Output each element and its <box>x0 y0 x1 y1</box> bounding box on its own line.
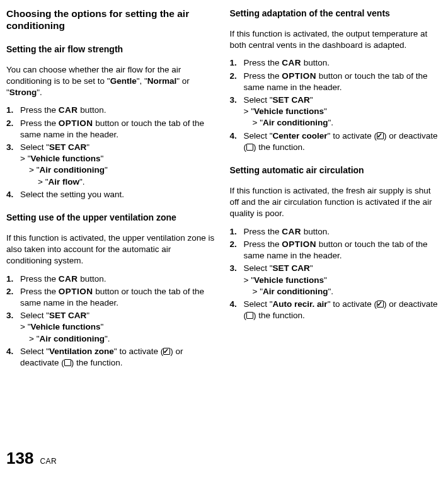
step: Select "Center cooler" to activate () or… <box>230 130 442 153</box>
subsection-heading: Setting automatic air circulation <box>230 164 442 176</box>
subsection-heading: Setting adaptation of the central vents <box>230 8 442 20</box>
step: Select "Auto recir. air" to activate () … <box>230 299 442 321</box>
option-button-label: OPTION <box>59 287 93 296</box>
nested-path: "Vehicle functions" "Air conditioning" "… <box>20 153 219 188</box>
left-column: Choosing the options for setting the air… <box>6 8 219 375</box>
nested-path: "Vehicle functions" "Air conditioning". <box>20 321 219 344</box>
car-button-label: CAR <box>282 58 301 67</box>
step: Press the CAR button. <box>230 226 442 238</box>
step: Press the OPTION button or touch the tab… <box>6 286 219 309</box>
steps-list: Press the CAR button. Press the OPTION b… <box>230 57 442 153</box>
option-button-label: OPTION <box>282 71 316 81</box>
intro-paragraph: If this function is activated, the upper… <box>6 233 219 267</box>
intro-paragraph: If this function is activated, the outpu… <box>230 28 442 51</box>
step: Press the CAR button. <box>230 57 442 69</box>
page-footer: 138 CAR <box>6 447 57 469</box>
checkbox-unchecked-icon <box>64 359 71 366</box>
nested-path: "Air flow". <box>38 176 219 188</box>
nested-path: "Air conditioning". <box>29 333 219 345</box>
section-title: Choosing the options for setting the air… <box>6 8 219 32</box>
page-label: CAR <box>40 456 57 466</box>
steps-list: Press the CAR button. Press the OPTION b… <box>6 273 219 369</box>
option-button-label: OPTION <box>282 239 316 249</box>
intro-paragraph: If this function is activated, the fresh… <box>230 185 442 220</box>
checkbox-checked-icon <box>163 348 170 355</box>
right-column: Setting adaptation of the central vents … <box>230 8 442 375</box>
nested-path: "Air conditioning". <box>253 117 442 129</box>
content-columns: Choosing the options for setting the air… <box>6 8 442 375</box>
subsection-heading: Setting use of the upper ventilation zon… <box>6 212 219 224</box>
nested-path: "Vehicle functions" "Air conditioning". <box>244 106 442 129</box>
car-button-label: CAR <box>282 227 301 236</box>
checkbox-unchecked-icon <box>246 312 253 319</box>
step: Select "SET CAR" "Vehicle functions" "Ai… <box>6 142 219 188</box>
step: Press the OPTION button or touch the tab… <box>230 239 442 261</box>
step: Select "Ventilation zone" to activate ()… <box>6 346 219 369</box>
subsection-heading: Setting the air flow strength <box>6 43 219 55</box>
step: Press the OPTION button or touch the tab… <box>6 118 219 141</box>
checkbox-checked-icon <box>377 132 384 139</box>
car-button-label: CAR <box>59 105 78 115</box>
step: Select "SET CAR" "Vehicle functions" "Ai… <box>230 263 442 297</box>
nested-path: "Vehicle functions" "Air conditioning". <box>244 275 442 297</box>
step: Press the CAR button. <box>6 105 219 116</box>
nested-path: "Air conditioning" "Air flow". <box>29 164 219 187</box>
step: Press the OPTION button or touch the tab… <box>230 71 442 93</box>
intro-paragraph: You can choose whether the air flow for … <box>6 64 219 99</box>
step: Select "SET CAR" "Vehicle functions" "Ai… <box>230 95 442 129</box>
page-number: 138 <box>6 447 33 469</box>
checkbox-checked-icon <box>377 301 384 307</box>
option-button-label: OPTION <box>59 118 93 128</box>
checkbox-unchecked-icon <box>246 144 253 151</box>
step: Press the CAR button. <box>6 273 219 285</box>
nested-path: "Air conditioning". <box>253 286 442 297</box>
step: Select the setting you want. <box>6 189 219 200</box>
car-button-label: CAR <box>59 274 78 284</box>
steps-list: Press the CAR button. Press the OPTION b… <box>230 226 442 322</box>
steps-list: Press the CAR button. Press the OPTION b… <box>6 105 219 200</box>
step: Select "SET CAR" "Vehicle functions" "Ai… <box>6 310 219 345</box>
